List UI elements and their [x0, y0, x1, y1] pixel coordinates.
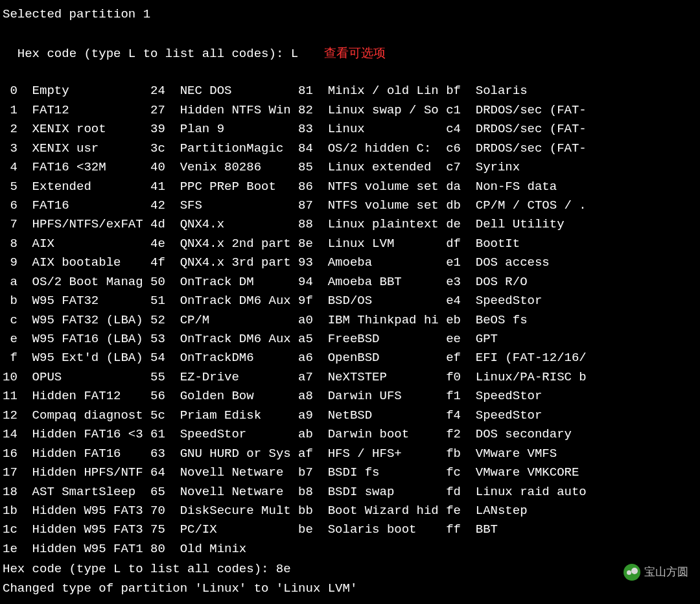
partition-type-cell: 56 Golden Bow	[150, 387, 298, 406]
partition-type-cell: 4f QNX4.x 3rd part	[150, 253, 298, 272]
partition-type-cell: 5 Extended	[3, 178, 150, 196]
table-row: 18 AST SmartSleep 65 Novell Netware b8 B…	[3, 483, 697, 502]
partition-type-cell: 50 OnTrack DM	[150, 273, 298, 292]
partition-type-cell: 61 SpeedStor	[150, 425, 298, 444]
partition-type-cell: e4 SpeedStor	[446, 292, 594, 310]
table-row: e W95 FAT16 (LBA) 53 OnTrack DM6 Aux a5 …	[3, 330, 697, 349]
partition-type-cell: a9 NetBSD	[298, 406, 446, 425]
table-row: 11 Hidden FAT12 56 Golden Bow a8 Darwin …	[3, 387, 697, 406]
partition-type-cell: 2 XENIX root	[3, 120, 150, 139]
table-row: 3 XENIX usr 3c PartitionMagic 84 OS/2 hi…	[3, 139, 697, 158]
partition-type-cell: a0 IBM Thinkpad hi	[298, 311, 446, 330]
partition-type-cell: 7 HPFS/NTFS/exFAT	[3, 215, 150, 234]
partition-type-cell: 82 Linux swap / So	[298, 101, 446, 120]
partition-type-cell: 3c PartitionMagic	[150, 139, 298, 158]
partition-type-cell: 88 Linux plaintext	[298, 215, 446, 234]
partition-type-cell: de Dell Utility	[446, 215, 594, 234]
partition-type-cell: fb VMware VMFS	[446, 445, 594, 463]
partition-type-cell: 65 Novell Netware	[150, 483, 298, 502]
partition-type-cell: 9 AIX bootable	[3, 253, 150, 272]
table-row: 1e Hidden W95 FAT1 80 Old Minix	[3, 540, 697, 559]
partition-type-cell: 1c Hidden W95 FAT3	[3, 520, 150, 539]
table-row: 14 Hidden FAT16 <3 61 SpeedStor ab Darwi…	[3, 425, 697, 444]
partition-type-cell: 4 FAT16 <32M	[3, 158, 150, 177]
partition-type-cell: 1b Hidden W95 FAT3	[3, 502, 150, 520]
partition-type-cell: 81 Minix / old Lin	[298, 82, 446, 100]
partition-type-cell: e3 DOS R/O	[446, 273, 594, 292]
partition-type-cell: ee GPT	[446, 330, 594, 349]
table-row: 17 Hidden HPFS/NTF 64 Novell Netware b7 …	[3, 463, 697, 482]
table-row: 5 Extended 41 PPC PReP Boot 86 NTFS volu…	[3, 178, 697, 196]
partition-type-cell: ef EFI (FAT-12/16/	[446, 349, 594, 367]
table-row: c W95 FAT32 (LBA) 52 CP/M a0 IBM Thinkpa…	[3, 311, 697, 330]
partition-type-cell: 94 Amoeba BBT	[298, 273, 446, 292]
partition-type-cell: c6 DRDOS/sec (FAT-	[446, 139, 594, 158]
partition-type-cell: 24 NEC DOS	[150, 82, 298, 100]
partition-type-cell: c1 DRDOS/sec (FAT-	[446, 101, 594, 120]
wechat-icon	[624, 564, 640, 581]
partition-type-cell: af HFS / HFS+	[298, 445, 446, 463]
partition-type-cell: 10 OPUS	[3, 368, 150, 387]
hex-prompt-1[interactable]: Hex code (type L to list all codes): L	[18, 47, 298, 61]
partition-type-cell: 80 Old Minix	[150, 540, 298, 559]
partition-type-cell: 27 Hidden NTFS Win	[150, 101, 298, 120]
partition-type-cell: 64 Novell Netware	[150, 463, 298, 482]
partition-type-cell: f1 SpeedStor	[446, 387, 594, 406]
partition-type-cell: be Solaris boot	[298, 520, 446, 539]
change-result: Changed type of partition 'Linux' to 'Li…	[3, 579, 697, 598]
table-row: 0 Empty 24 NEC DOS 81 Minix / old Lin bf…	[3, 82, 697, 100]
partition-type-cell: b8 BSDI swap	[298, 483, 446, 502]
partition-type-table: 0 Empty 24 NEC DOS 81 Minix / old Lin bf…	[3, 82, 697, 559]
partition-type-cell: e W95 FAT16 (LBA)	[3, 330, 150, 349]
partition-type-cell: 75 PC/IX	[150, 520, 298, 539]
partition-type-cell: 3 XENIX usr	[3, 139, 150, 158]
hex-prompt-2[interactable]: Hex code (type L to list all codes): 8e	[3, 560, 697, 579]
table-row: 1c Hidden W95 FAT3 75 PC/IX be Solaris b…	[3, 520, 697, 539]
partition-type-cell: 9f BSD/OS	[298, 292, 446, 310]
partition-type-cell: 41 PPC PReP Boot	[150, 178, 298, 196]
partition-type-cell: 8 AIX	[3, 235, 150, 253]
partition-type-cell: 0 Empty	[3, 82, 150, 100]
partition-type-cell: 70 DiskSecure Mult	[150, 502, 298, 520]
annotation-text: 查看可选项	[324, 46, 386, 60]
partition-type-cell: f4 SpeedStor	[446, 406, 594, 425]
table-row: 6 FAT16 42 SFS 87 NTFS volume set db CP/…	[3, 196, 697, 215]
partition-type-cell: c4 DRDOS/sec (FAT-	[446, 120, 594, 139]
partition-type-cell: 17 Hidden HPFS/NTF	[3, 463, 150, 482]
partition-type-cell: da Non-FS data	[446, 178, 594, 196]
partition-type-cell: 85 Linux extended	[298, 158, 446, 177]
status-line: Selected partition 1	[3, 5, 697, 24]
partition-type-cell: 12 Compaq diagnost	[3, 406, 150, 425]
partition-type-cell: fd Linux raid auto	[446, 483, 594, 502]
table-row: 7 HPFS/NTFS/exFAT 4d QNX4.x 88 Linux pla…	[3, 215, 697, 234]
partition-type-cell: 18 AST SmartSleep	[3, 483, 150, 502]
partition-type-cell: 52 CP/M	[150, 311, 298, 330]
partition-type-cell: 1 FAT12	[3, 101, 150, 120]
partition-type-cell: fe LANstep	[446, 502, 594, 520]
partition-type-cell: 54 OnTrackDM6	[150, 349, 298, 367]
partition-type-cell: 53 OnTrack DM6 Aux	[150, 330, 298, 349]
table-row: 12 Compaq diagnost 5c Priam Edisk a9 Net…	[3, 406, 697, 425]
partition-type-cell: f W95 Ext'd (LBA)	[3, 349, 150, 367]
partition-type-cell: 55 EZ-Drive	[150, 368, 298, 387]
partition-type-cell: b7 BSDI fs	[298, 463, 446, 482]
partition-type-cell: c W95 FAT32 (LBA)	[3, 311, 150, 330]
table-row: 9 AIX bootable 4f QNX4.x 3rd part 93 Amo…	[3, 253, 697, 272]
partition-type-cell: db CP/M / CTOS / .	[446, 196, 594, 215]
table-row: 1 FAT12 27 Hidden NTFS Win 82 Linux swap…	[3, 101, 697, 120]
partition-type-cell: 84 OS/2 hidden C:	[298, 139, 446, 158]
partition-type-cell: a6 OpenBSD	[298, 349, 446, 367]
partition-type-cell: 93 Amoeba	[298, 253, 446, 272]
partition-type-cell: bf Solaris	[446, 82, 594, 100]
partition-type-cell: 40 Venix 80286	[150, 158, 298, 177]
partition-type-cell: a7 NeXTSTEP	[298, 368, 446, 387]
partition-type-cell: a OS/2 Boot Manag	[3, 273, 150, 292]
partition-type-cell: f2 DOS secondary	[446, 425, 594, 444]
watermark-text: 宝山方圆	[644, 564, 688, 581]
table-row: 1b Hidden W95 FAT3 70 DiskSecure Mult bb…	[3, 502, 697, 520]
partition-type-cell: 4d QNX4.x	[150, 215, 298, 234]
partition-type-cell: 51 OnTrack DM6 Aux	[150, 292, 298, 310]
partition-type-cell: 83 Linux	[298, 120, 446, 139]
table-row: 10 OPUS 55 EZ-Drive a7 NeXTSTEP f0 Linux…	[3, 368, 697, 387]
partition-type-cell: bb Boot Wizard hid	[298, 502, 446, 520]
